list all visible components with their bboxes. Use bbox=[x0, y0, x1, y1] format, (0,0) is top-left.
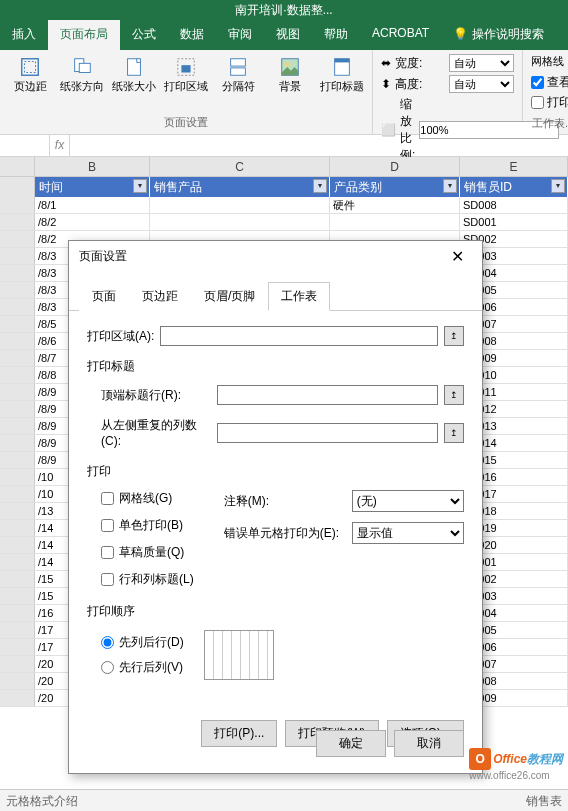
comments-select[interactable]: (无) bbox=[352, 490, 464, 512]
row-number[interactable] bbox=[0, 690, 35, 706]
print-titles-button[interactable]: 打印标题 bbox=[318, 54, 366, 113]
errors-select[interactable]: 显示值 bbox=[352, 522, 464, 544]
cell[interactable]: SD001 bbox=[460, 214, 568, 230]
row-number[interactable] bbox=[0, 282, 35, 298]
row-number[interactable] bbox=[0, 673, 35, 689]
gridlines-print-chk[interactable]: 打印 bbox=[531, 94, 568, 111]
cell[interactable]: /8/1 bbox=[35, 197, 150, 213]
fx-icon[interactable]: fx bbox=[50, 135, 70, 156]
left-cols-input[interactable] bbox=[217, 423, 438, 443]
row-number[interactable] bbox=[0, 316, 35, 332]
row-number[interactable] bbox=[0, 554, 35, 570]
row-number[interactable] bbox=[0, 537, 35, 553]
tab-review[interactable]: 审阅 bbox=[216, 20, 264, 50]
cell[interactable]: /8/2 bbox=[35, 214, 150, 230]
width-select[interactable]: 自动 bbox=[449, 54, 514, 72]
cell[interactable] bbox=[150, 214, 330, 230]
page-setup-group-label: 页面设置 bbox=[6, 113, 366, 130]
cancel-button[interactable]: 取消 bbox=[394, 730, 464, 757]
down-over-radio[interactable]: 先列后行(D) bbox=[101, 634, 184, 651]
row-number[interactable] bbox=[0, 214, 35, 230]
cell[interactable]: SD008 bbox=[460, 197, 568, 213]
margins-button[interactable]: 页边距 bbox=[6, 54, 54, 113]
row-number[interactable] bbox=[0, 605, 35, 621]
row-number[interactable] bbox=[0, 503, 35, 519]
row-number[interactable] bbox=[0, 520, 35, 536]
row-number[interactable] bbox=[0, 588, 35, 604]
row-number[interactable] bbox=[0, 401, 35, 417]
row-number[interactable] bbox=[0, 299, 35, 315]
print-area-button[interactable]: 打印区域 bbox=[162, 54, 210, 113]
col-header-c[interactable]: C bbox=[150, 157, 330, 176]
collapse-dialog-icon[interactable]: ↥ bbox=[444, 385, 464, 405]
tab-formulas[interactable]: 公式 bbox=[120, 20, 168, 50]
gridlines-checkbox[interactable]: 网格线(G) bbox=[101, 490, 194, 507]
col-header-d[interactable]: D bbox=[330, 157, 460, 176]
print-area-input[interactable] bbox=[160, 326, 438, 346]
col-header-e[interactable]: E bbox=[460, 157, 568, 176]
gridlines-view-chk[interactable]: 查看 bbox=[531, 74, 568, 91]
tell-me[interactable]: 💡 操作说明搜索 bbox=[441, 20, 556, 50]
size-button[interactable]: 纸张大小 bbox=[110, 54, 158, 113]
tab-acrobat[interactable]: ACROBAT bbox=[360, 20, 441, 50]
row-number[interactable] bbox=[0, 571, 35, 587]
row-number[interactable] bbox=[0, 333, 35, 349]
tab-data[interactable]: 数据 bbox=[168, 20, 216, 50]
row-number[interactable] bbox=[0, 435, 35, 451]
name-box[interactable] bbox=[0, 135, 50, 156]
row-number[interactable] bbox=[0, 197, 35, 213]
cell[interactable] bbox=[330, 214, 460, 230]
orientation-button[interactable]: 纸张方向 bbox=[58, 54, 106, 113]
col-header-b[interactable]: B bbox=[35, 157, 150, 176]
over-down-radio[interactable]: 先行后列(V) bbox=[101, 659, 184, 676]
ok-button[interactable]: 确定 bbox=[316, 730, 386, 757]
dialog-tab-header-footer[interactable]: 页眉/页脚 bbox=[191, 282, 268, 311]
draft-checkbox[interactable]: 草稿质量(Q) bbox=[101, 544, 194, 561]
cell[interactable] bbox=[150, 197, 330, 213]
close-icon[interactable]: ✕ bbox=[442, 247, 472, 266]
sheet-tab[interactable]: 销售表 bbox=[526, 793, 562, 808]
row-number[interactable] bbox=[0, 350, 35, 366]
collapse-dialog-icon[interactable]: ↥ bbox=[444, 326, 464, 346]
top-rows-input[interactable] bbox=[217, 385, 438, 405]
breaks-button[interactable]: 分隔符 bbox=[214, 54, 262, 113]
row-number[interactable] bbox=[0, 248, 35, 264]
row-number[interactable] bbox=[0, 231, 35, 247]
filter-dropdown-icon[interactable]: ▾ bbox=[133, 179, 147, 193]
tab-help[interactable]: 帮助 bbox=[312, 20, 360, 50]
row-header[interactable] bbox=[0, 177, 35, 197]
table-row[interactable]: /8/1硬件SD008 bbox=[0, 197, 568, 214]
row-number[interactable] bbox=[0, 418, 35, 434]
table-header-product[interactable]: 销售产品▾ bbox=[150, 177, 330, 197]
select-all-corner[interactable] bbox=[0, 157, 35, 176]
tab-insert[interactable]: 插入 bbox=[0, 20, 48, 50]
row-number[interactable] bbox=[0, 265, 35, 281]
row-number[interactable] bbox=[0, 639, 35, 655]
row-number[interactable] bbox=[0, 469, 35, 485]
filter-dropdown-icon[interactable]: ▾ bbox=[313, 179, 327, 193]
background-button[interactable]: 背景 bbox=[266, 54, 314, 113]
row-number[interactable] bbox=[0, 452, 35, 468]
row-number[interactable] bbox=[0, 367, 35, 383]
collapse-dialog-icon[interactable]: ↥ bbox=[444, 423, 464, 443]
table-header-category[interactable]: 产品类别▾ bbox=[330, 177, 460, 197]
filter-dropdown-icon[interactable]: ▾ bbox=[443, 179, 457, 193]
tab-page-layout[interactable]: 页面布局 bbox=[48, 20, 120, 50]
dialog-tab-page[interactable]: 页面 bbox=[79, 282, 129, 311]
dialog-tab-sheet[interactable]: 工作表 bbox=[268, 282, 330, 311]
row-number[interactable] bbox=[0, 486, 35, 502]
bw-checkbox[interactable]: 单色打印(B) bbox=[101, 517, 194, 534]
row-number[interactable] bbox=[0, 622, 35, 638]
tab-view[interactable]: 视图 bbox=[264, 20, 312, 50]
height-select[interactable]: 自动 bbox=[449, 75, 514, 93]
table-header-time[interactable]: 时间▾ bbox=[35, 177, 150, 197]
table-header-salesid[interactable]: 销售员ID▾ bbox=[460, 177, 568, 197]
row-number[interactable] bbox=[0, 384, 35, 400]
filter-dropdown-icon[interactable]: ▾ bbox=[551, 179, 565, 193]
dialog-tab-margins[interactable]: 页边距 bbox=[129, 282, 191, 311]
print-button[interactable]: 打印(P)... bbox=[201, 720, 277, 747]
row-number[interactable] bbox=[0, 656, 35, 672]
rowcol-checkbox[interactable]: 行和列标题(L) bbox=[101, 571, 194, 588]
table-row[interactable]: /8/2SD001 bbox=[0, 214, 568, 231]
cell[interactable]: 硬件 bbox=[330, 197, 460, 213]
